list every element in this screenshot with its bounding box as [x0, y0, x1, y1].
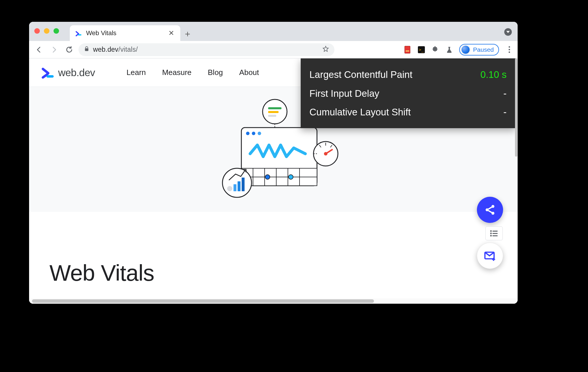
svg-point-35: [491, 212, 494, 215]
svg-rect-18: [234, 184, 236, 191]
svg-point-34: [486, 208, 489, 211]
svg-point-16: [222, 168, 252, 197]
svg-point-4: [246, 132, 250, 135]
svg-rect-20: [242, 178, 245, 191]
table-of-contents-button[interactable]: [485, 226, 503, 240]
metric-label: First Input Delay: [309, 87, 379, 100]
new-tab-button[interactable]: ＋: [180, 26, 195, 41]
site-logo[interactable]: web.dev: [41, 66, 95, 79]
svg-rect-43: [493, 235, 498, 236]
web-vitals-overlay: Largest Contentful Paint 0.10 s First In…: [301, 58, 515, 128]
metric-label: Largest Contentful Paint: [309, 68, 412, 81]
extensions-button[interactable]: [431, 46, 439, 54]
fab-stack: [477, 197, 503, 269]
page-title: Web Vitals: [49, 260, 154, 286]
metric-label: Cumulative Layout Shift: [309, 106, 411, 119]
tab-close-button[interactable]: ✕: [168, 29, 175, 37]
tab-title: Web Vitals: [86, 29, 163, 37]
share-fab[interactable]: [477, 197, 503, 223]
svg-rect-41: [493, 233, 498, 234]
back-button[interactable]: [33, 44, 45, 56]
tab-favicon: [75, 30, 82, 37]
primary-nav: Learn Measure Blog About: [126, 68, 259, 77]
metric-value: 0.10 s: [480, 68, 507, 81]
nav-blog[interactable]: Blog: [208, 68, 223, 77]
svg-point-38: [490, 230, 492, 232]
svg-rect-22: [268, 107, 281, 109]
svg-point-31: [324, 152, 327, 155]
svg-point-6: [258, 132, 261, 135]
svg-rect-24: [268, 115, 276, 117]
share-icon: [484, 204, 496, 216]
svg-point-5: [252, 132, 255, 135]
svg-line-37: [488, 211, 492, 213]
metric-row-cls: Cumulative Layout Shift -: [309, 103, 507, 122]
svg-line-36: [488, 207, 492, 209]
list-icon: [489, 229, 499, 238]
browser-toolbar: web.dev/vitals/ >_ Paused: [29, 41, 518, 58]
metric-row-fid: First Input Delay -: [309, 84, 507, 103]
chrome-menu-button[interactable]: [505, 46, 514, 53]
bookmark-star-icon[interactable]: [322, 45, 329, 54]
svg-point-42: [490, 235, 492, 236]
page-viewport: web.dev Learn Measure Blog About Search …: [29, 58, 518, 304]
horizontal-scrollbar[interactable]: [29, 298, 518, 304]
svg-point-40: [490, 233, 492, 234]
tab-strip: Web Vitals ✕ ＋: [29, 22, 518, 41]
logo-icon: [41, 66, 54, 79]
svg-point-33: [491, 205, 494, 208]
lock-icon: [84, 46, 90, 53]
svg-rect-19: [238, 181, 240, 191]
browser-tab[interactable]: Web Vitals ✕: [70, 25, 180, 41]
svg-rect-39: [493, 231, 498, 232]
svg-point-14: [265, 175, 270, 179]
tabs-overflow-button[interactable]: [504, 28, 512, 36]
forward-button[interactable]: [48, 44, 60, 56]
metric-value: -: [503, 87, 507, 100]
nav-about[interactable]: About: [239, 68, 259, 77]
window-minimize-button[interactable]: [44, 28, 49, 34]
metric-value: -: [503, 106, 507, 119]
window-close-button[interactable]: [34, 28, 40, 34]
profile-chip[interactable]: Paused: [459, 44, 499, 56]
url-host: web.dev: [93, 46, 118, 53]
experiments-icon[interactable]: [445, 46, 453, 54]
reload-button[interactable]: [63, 44, 75, 56]
window-controls: [34, 28, 59, 34]
avatar-icon: [461, 45, 470, 54]
logo-text: web.dev: [58, 67, 95, 78]
url-path: /vitals/: [118, 46, 138, 53]
mail-plus-icon: [484, 250, 496, 262]
vertical-scrollbar[interactable]: [515, 58, 518, 304]
svg-point-17: [227, 186, 232, 191]
extension-icon-1[interactable]: [403, 46, 411, 54]
nav-measure[interactable]: Measure: [162, 68, 191, 77]
profile-status-label: Paused: [473, 46, 494, 53]
svg-point-15: [288, 175, 293, 179]
window-zoom-button[interactable]: [54, 28, 59, 34]
svg-rect-0: [85, 48, 88, 51]
metric-row-lcp: Largest Contentful Paint 0.10 s: [309, 65, 507, 84]
nav-learn[interactable]: Learn: [126, 68, 146, 77]
subscribe-fab[interactable]: [477, 243, 503, 269]
svg-rect-23: [268, 111, 279, 113]
url-text: web.dev/vitals/: [93, 46, 138, 53]
browser-window: Web Vitals ✕ ＋ web.dev/vitals/: [29, 22, 518, 304]
toolbar-right: >_ Paused: [403, 44, 514, 56]
extension-icon-2[interactable]: >_: [417, 46, 425, 54]
address-bar[interactable]: web.dev/vitals/: [79, 43, 334, 56]
